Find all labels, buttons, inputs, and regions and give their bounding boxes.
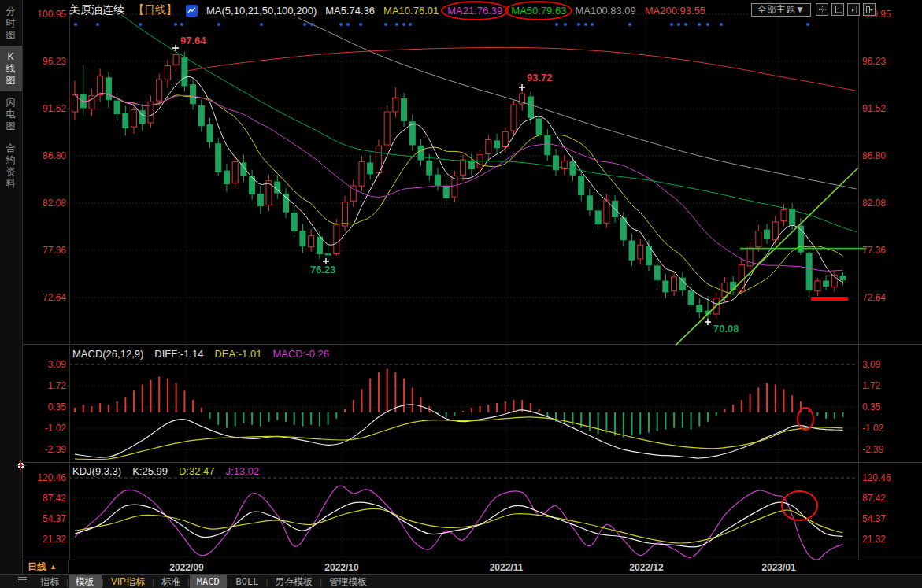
chart-canvas: 97.6493.7276.2370.08100.95100.9596.2396.… [0,0,922,588]
svg-text:96.23: 96.23 [43,56,66,67]
macd-header: MACD(26,12,9) DIFF:-1.14 DEA:-1.01 MACD:… [72,348,329,360]
kdj-d-line [75,508,843,543]
svg-text:86.80: 86.80 [43,150,66,161]
ma-value-3: MA21:76.39 [447,5,502,17]
svg-text:2022/09: 2022/09 [169,562,204,573]
kdj-header: KDJ(9,3,3) K:25.99 D:32.47 J:13.02 [72,465,259,477]
svg-text:3.09: 3.09 [862,359,881,370]
macd-panel [75,369,843,460]
axis-scale-right-icon[interactable] [847,3,860,16]
ma-lines [75,15,857,305]
svg-text:54.37: 54.37 [862,513,886,524]
kdj-j-value: J:13.02 [226,465,260,477]
window-buttons [816,3,876,16]
theme-dropdown-button[interactable]: 全部主题▼ [751,3,811,17]
svg-text:87.42: 87.42 [43,493,66,504]
svg-text:72.64: 72.64 [862,292,886,303]
toolbar-item-4[interactable]: 标准 [154,575,187,588]
drawn-trendlines[interactable] [676,168,866,345]
svg-text:70.08: 70.08 [713,323,739,335]
svg-text:87.42: 87.42 [862,493,886,504]
event-dots [74,23,809,26]
toolbar-item-3[interactable]: VIP指标 [104,575,152,588]
svg-text:72.64: 72.64 [43,292,66,303]
svg-text:54.37: 54.37 [43,513,66,524]
toolbar-item-2[interactable]: 模板 [69,575,102,588]
svg-text:76.23: 76.23 [310,264,336,276]
pop-out-icon[interactable] [863,3,876,16]
kdj-title: KDJ(9,3,3) [72,465,121,477]
svg-text:120.46: 120.46 [862,472,891,483]
svg-text:82.08: 82.08 [862,198,886,209]
bottom-toolbar: 指标|模板|VIP指标|标准|MACD|BOLL|另存模板|管理模板 [0,574,922,588]
chevron-up-icon: ▲ [50,563,57,571]
app-window: 97.6493.7276.2370.08100.95100.9596.2396.… [0,0,922,588]
instrument-title: 美原油连续 [69,3,124,17]
svg-text:3.09: 3.09 [48,359,67,370]
ma-values: MA5:74.36MA10:76.01MA21:76.39MA50:79.63M… [325,5,705,17]
period-selector[interactable]: 日线 ▲ [23,560,69,573]
svg-text:21.32: 21.32 [43,534,66,545]
svg-text:91.52: 91.52 [43,103,66,114]
kdj-panel [75,486,843,560]
svg-text:120.46: 120.46 [37,472,66,483]
svg-text:2022/10: 2022/10 [324,562,359,573]
svg-text:2022/11: 2022/11 [490,562,524,573]
alert-flash-icon[interactable] [16,460,26,471]
ma-group-label: MA(5,10,21,50,100,200) [206,5,317,17]
svg-text:86.80: 86.80 [862,150,886,161]
svg-text:100.95: 100.95 [37,9,66,20]
left-sidebar: 分时图K线图闪电图合约资料 [0,0,23,588]
toolbar-item-1[interactable]: 指标 [33,575,66,588]
ma-value-4: MA50:79.63 [511,5,566,17]
svg-text:-2.39: -2.39 [45,444,67,455]
macd-diff-line [75,405,843,458]
svg-text:2022/12: 2022/12 [629,562,664,573]
period-selector-label: 日线 [28,560,46,574]
ma-value-5: MA100:83.09 [575,5,635,17]
macd-dea-value: DEA:-1.01 [214,348,261,360]
svg-text:1.72: 1.72 [48,380,67,391]
kdj-k-value: K:25.99 [132,465,168,477]
sidebar-tab-3[interactable]: 闪电图 [0,91,22,137]
macd-macd-value: MACD:-0.26 [272,348,329,360]
svg-text:2023/01: 2023/01 [761,562,796,573]
sidebar-tab-4[interactable]: 合约资料 [0,137,22,194]
svg-text:82.08: 82.08 [43,198,66,209]
grid-lines [0,11,922,560]
svg-text:77.36: 77.36 [43,245,66,256]
svg-text:91.52: 91.52 [862,103,886,114]
sidebar-tab-2[interactable]: K线图 [0,46,22,91]
svg-text:96.23: 96.23 [862,56,886,67]
ma-value-2: MA10:76.01 [383,5,439,17]
svg-text:-1.02: -1.02 [862,423,884,434]
kline-chart-icon[interactable] [186,5,198,17]
menu-icon[interactable] [18,577,27,583]
chart-legend: 美原油连续 【日线】 MA(5,10,21,50,100,200) MA5:74… [69,2,705,18]
ma-value-1: MA5:74.36 [325,5,375,17]
red-underline-annotation [811,297,848,301]
svg-text:-2.39: -2.39 [862,444,884,455]
macd-diff-value: DIFF:-1.14 [154,348,203,360]
toolbar-item-8[interactable]: 管理模板 [322,575,374,588]
macd-title: MACD(26,12,9) [72,348,143,360]
toolbar-item-7[interactable]: 另存模板 [268,575,320,588]
sidebar-tab-1[interactable]: 分时图 [0,0,22,46]
svg-text:93.72: 93.72 [527,72,553,83]
toolbar-item-6[interactable]: BOLL [229,575,266,588]
kdj-k-line [75,502,843,547]
svg-text:0.35: 0.35 [862,401,881,412]
price-annotations: 97.6493.7276.2370.08 [172,35,848,335]
svg-text:21.32: 21.32 [862,534,886,545]
toolbar-item-5[interactable]: MACD [190,575,227,588]
axis-scale-left-icon[interactable] [831,3,844,16]
kdj-d-value: D:32.47 [179,465,215,477]
crosshair-icon[interactable] [816,3,828,16]
axis-labels: 100.95100.9596.2396.2391.5291.5286.8086.… [37,9,891,573]
candlesticks [72,47,846,324]
svg-text:1.72: 1.72 [862,380,881,391]
svg-text:77.36: 77.36 [862,245,886,256]
svg-text:97.64: 97.64 [180,35,206,46]
period-tag: 【日线】 [133,3,177,17]
svg-text:0.35: 0.35 [48,401,67,412]
